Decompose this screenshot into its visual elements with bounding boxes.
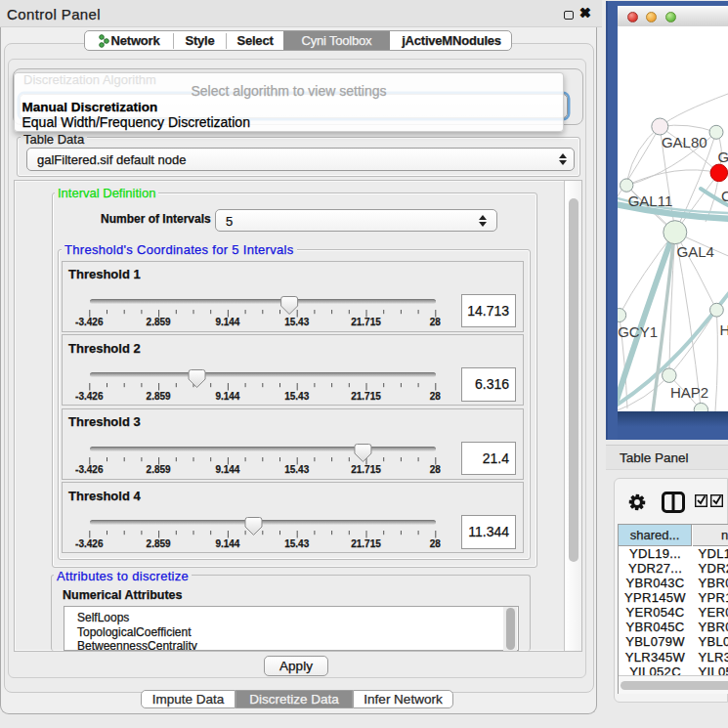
svg-text:C: C: [721, 188, 728, 204]
svg-text:GAL4: GAL4: [677, 243, 714, 260]
svg-text:GCY1: GCY1: [618, 323, 658, 340]
svg-text:GAL11: GAL11: [628, 193, 673, 209]
svg-text:GA: GA: [718, 149, 728, 165]
svg-text:HAP2: HAP2: [670, 384, 708, 401]
svg-text:GAL80: GAL80: [662, 134, 707, 150]
svg-text:H: H: [720, 321, 728, 338]
